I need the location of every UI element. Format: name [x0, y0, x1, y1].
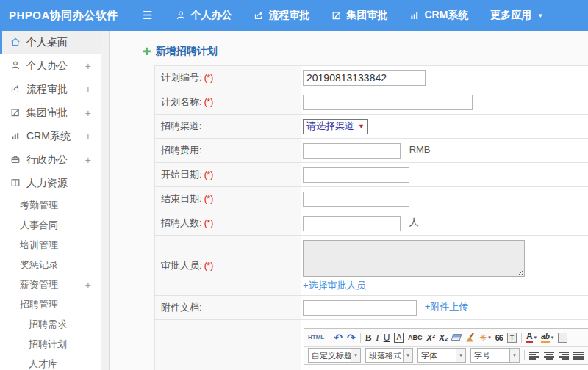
toolbar-separator [521, 333, 522, 343]
sidebar-scrollbar[interactable] [101, 31, 110, 370]
expand-icon[interactable]: + [85, 107, 91, 119]
form-row-editor: HTML ↶ ↷ B I U A ABC X² X₂ [155, 320, 588, 370]
collapse-icon[interactable]: − [85, 178, 91, 189]
topnav-group-approval[interactable]: 集团审批 [331, 9, 387, 22]
expand-icon[interactable]: + [85, 60, 91, 72]
app-logo: PHPOA协同办公软件 [0, 9, 134, 23]
sidebar-item-group-approval[interactable]: 集团审批 + [0, 101, 101, 125]
sidebar-item-recruit-demand[interactable]: 招聘需求 [21, 314, 101, 334]
redo-button[interactable]: ↷ [347, 332, 356, 344]
topnav-crm[interactable]: CRM系统 [409, 9, 468, 22]
sidebar-item-admin-office[interactable]: 行政办公 + [0, 148, 101, 172]
superscript-button[interactable]: X² [427, 333, 435, 342]
expand-icon[interactable]: + [85, 279, 91, 291]
expand-icon[interactable]: + [85, 84, 91, 95]
font-color-button[interactable]: A▾ [526, 332, 537, 343]
sidebar: 个人桌面 个人办公 + 流程审批 + 集团审批 + CRM系统 + 行政办公 + [0, 31, 101, 370]
strikethrough-button[interactable]: ABC [408, 334, 423, 341]
field-label-empty [155, 320, 301, 370]
paste-text-button[interactable]: T [507, 333, 517, 343]
recruit-submenu: 招聘需求 招聘计划 人才库 [21, 314, 101, 370]
topbar: PHPOA协同办公软件 ☰ 个人办公 流程审批 集团审批 CRM系统 更多应用 … [0, 0, 588, 31]
sidebar-item-workflow-approval[interactable]: 流程审批 + [0, 78, 101, 101]
form-row-start-date: 开始日期:(*) [155, 163, 588, 187]
align-justify-icon[interactable] [573, 351, 584, 360]
topnav-workflow-approval[interactable]: 流程审批 [254, 9, 309, 22]
paragraph-format-dropdown[interactable]: 段落格式 ▾ [365, 348, 413, 363]
required-mark: (*) [204, 97, 214, 107]
font-size-dropdown[interactable]: 字号 ▾ [470, 348, 520, 363]
caret-down-icon: ▾ [509, 349, 519, 362]
hamburger-icon[interactable]: ☰ [143, 9, 152, 22]
fee-input[interactable] [303, 143, 401, 159]
caret-down-icon: ▾ [551, 335, 554, 341]
approver-textarea[interactable] [303, 240, 525, 277]
channel-select[interactable]: 请选择渠道 ▼ [303, 119, 368, 134]
sidebar-item-salary[interactable]: 薪资管理 + [0, 275, 101, 294]
sidebar-item-talent-pool[interactable]: 人才库 [21, 354, 101, 370]
toolbar-separator [524, 350, 525, 360]
eraser-icon[interactable] [451, 334, 462, 341]
attachment-input[interactable] [303, 300, 417, 316]
sidebar-item-attendance[interactable]: 考勤管理 [0, 195, 101, 215]
italic-button[interactable]: I [376, 332, 379, 344]
align-left-icon[interactable] [529, 351, 539, 360]
sidebar-item-hr-contract[interactable]: 人事合同 [0, 215, 101, 235]
emotion-button[interactable] [558, 333, 567, 343]
sidebar-item-recruit-mgmt[interactable]: 招聘管理 − [0, 294, 101, 314]
form-row-approvers: 审批人员:(*) +选择审批人员 [155, 236, 588, 296]
autotypeset-button[interactable]: A [394, 333, 404, 343]
end-date-input[interactable] [303, 192, 409, 207]
custom-title-dropdown[interactable]: 自定义标题 ▾ [308, 348, 361, 363]
underline-button[interactable]: U [384, 333, 390, 343]
topnav-personal-office[interactable]: 个人办公 [176, 9, 232, 22]
sidebar-item-hr[interactable]: 人力资源 − [0, 172, 101, 195]
caret-down-icon: ▾ [351, 349, 360, 362]
align-center-icon[interactable] [544, 351, 554, 360]
headcount-input[interactable] [303, 216, 401, 231]
sidebar-item-personal-office[interactable]: 个人办公 + [0, 54, 101, 78]
sidebar-item-recruit-plan[interactable]: 招聘计划 [21, 334, 101, 354]
caret-down-icon: ▾ [488, 335, 491, 341]
undo-button[interactable]: ↶ [334, 332, 343, 344]
expand-icon[interactable]: + [85, 154, 91, 166]
rich-text-editor: HTML ↶ ↷ B I U A ABC X² X₂ [304, 328, 588, 370]
sidebar-item-rewards[interactable]: 奖惩记录 [0, 255, 101, 275]
edit-icon [10, 107, 26, 120]
align-right-icon[interactable] [559, 351, 569, 360]
font-family-dropdown[interactable]: 字体 ▾ [417, 348, 466, 363]
recruit-plan-form: 计划编号:(*) 计划名称:(*) 招聘渠道: [154, 65, 588, 370]
blockquote-button[interactable]: 66 [495, 333, 503, 342]
user-icon [176, 10, 186, 21]
required-mark: (*) [204, 261, 214, 271]
field-label: 招聘人数:(*) [155, 211, 301, 236]
sidebar-item-crm[interactable]: CRM系统 + [0, 125, 101, 148]
paint-sparkle-icon: ✳ [479, 333, 487, 343]
sidebar-item-training[interactable]: 培训管理 [0, 235, 101, 255]
start-date-input[interactable] [303, 167, 409, 183]
select-approver-link[interactable]: +选择审批人员 [303, 279, 366, 292]
subscript-button[interactable]: X₂ [440, 333, 448, 342]
attachment-upload-link[interactable]: +附件上传 [425, 301, 469, 312]
required-mark: (*) [204, 73, 214, 83]
plan-number-input[interactable] [303, 70, 426, 86]
required-mark: (*) [204, 194, 214, 204]
field-label: 招聘费用: [155, 139, 301, 163]
highlight-color-button[interactable]: ab▾ [541, 333, 553, 343]
field-label: 开始日期:(*) [155, 163, 301, 187]
format-paint-button[interactable]: ✳▾ [479, 333, 491, 343]
expand-icon[interactable]: + [85, 131, 91, 142]
plan-name-input[interactable] [303, 95, 473, 110]
required-mark: (*) [204, 170, 214, 180]
editor-content-area[interactable] [304, 365, 588, 370]
caret-down-icon: ▾ [403, 349, 412, 362]
field-label: 招聘渠道: [155, 115, 301, 139]
bold-button[interactable]: B [365, 332, 372, 344]
collapse-icon[interactable]: − [85, 299, 91, 311]
sidebar-item-desktop[interactable]: 个人桌面 [0, 31, 101, 54]
topnav-more-apps[interactable]: 更多应用 ▼ [490, 9, 543, 22]
html-source-button[interactable]: HTML [308, 334, 324, 341]
field-label: 计划编号:(*) [155, 66, 301, 90]
clear-format-broom-icon[interactable] [465, 333, 475, 343]
main-content: ✚ 新增招聘计划 计划编号:(*) 计划名称:(*) [110, 31, 588, 370]
